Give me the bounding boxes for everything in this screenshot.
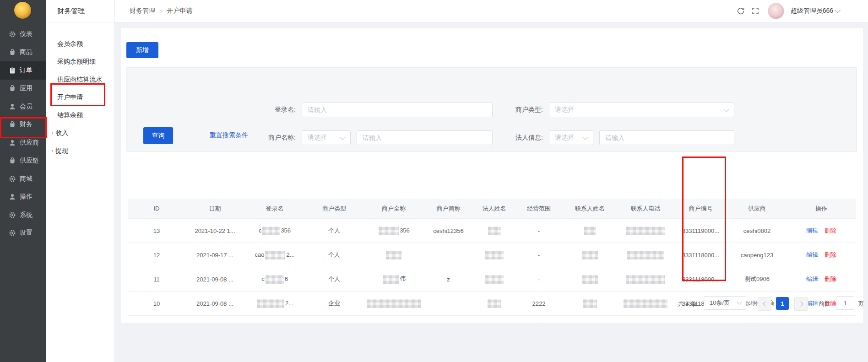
reset-search-link[interactable]: 重置搜索条件 <box>210 131 248 140</box>
sidebar-item-6[interactable]: 财务 <box>0 116 46 134</box>
merchant-type-select[interactable]: 请选择 <box>549 103 734 117</box>
delete-link[interactable]: 删除 <box>825 227 836 234</box>
submenu-item-label: 采购余额明细 <box>57 58 96 66</box>
table-cell: 13 <box>128 227 185 234</box>
user-menu[interactable]: 超级管理员666 <box>791 7 840 15</box>
merchant-name-field-select[interactable]: 请选择 <box>302 130 351 145</box>
redacted-blur <box>262 227 280 235</box>
bag-icon <box>9 85 16 92</box>
sidebar-item-5[interactable]: 会员 <box>0 97 46 116</box>
sidebar-item-2[interactable]: 商品 <box>0 43 46 62</box>
table-cell: c356 <box>245 227 304 235</box>
table-cell <box>473 275 515 284</box>
breadcrumb: 财务管理 > 开户申请 <box>130 0 193 22</box>
goto-page-input[interactable] <box>836 296 854 310</box>
table-cell: 12 <box>128 252 185 259</box>
submenu-item-3[interactable]: 供应商结算流水 <box>46 70 114 88</box>
sidebar-item-10[interactable]: 操作 <box>0 188 46 206</box>
table-cell: - <box>515 227 563 234</box>
table-header: ID日期登录名商户类型商户全称商户简称法人姓名经营范围联系人姓名联系人电话商户编… <box>128 199 856 219</box>
merchant-name-input[interactable] <box>357 130 493 145</box>
legal-info-select-placeholder: 请选择 <box>555 134 583 142</box>
redacted-blur <box>626 275 665 284</box>
column-header-6: 商户简称 <box>423 205 473 213</box>
sidebar-item-11[interactable]: 系统 <box>0 206 46 224</box>
chevron-down-icon <box>582 134 588 140</box>
page-size-select[interactable]: 10条/页 <box>704 296 746 310</box>
column-header-8: 经营范围 <box>515 205 563 213</box>
table-cell: 编辑删除 <box>787 251 856 259</box>
column-header-7: 法人姓名 <box>473 205 515 213</box>
sidebar-item-3[interactable]: 订单 <box>0 61 46 80</box>
table-row: 112021-09-08 ...c6个人伟z-3331118000...测试09… <box>128 267 856 292</box>
sidebar-item-9[interactable]: 商城 <box>0 170 46 188</box>
table-cell <box>617 227 674 235</box>
next-page-button[interactable] <box>794 297 808 311</box>
chevron-down-icon <box>340 134 346 140</box>
chevron-down-icon <box>835 7 841 13</box>
table-cell <box>473 251 515 259</box>
sidebar-item-label: 应用 <box>20 84 33 92</box>
user-avatar[interactable] <box>768 3 784 19</box>
redacted-blur <box>379 227 399 235</box>
chevron-down-icon <box>737 299 742 304</box>
legal-info-select[interactable]: 请选择 <box>549 130 593 145</box>
sidebar-item-1[interactable]: 仪表 <box>0 25 46 43</box>
chevron-down-icon <box>723 106 729 112</box>
column-header-2: 日期 <box>185 205 245 213</box>
legal-info-input[interactable] <box>599 130 734 145</box>
gear-icon <box>9 229 16 237</box>
sidebar-item-4[interactable]: 应用 <box>0 80 46 98</box>
table-cell: 3331118000... <box>674 252 727 259</box>
fullscreen-icon[interactable] <box>751 7 760 15</box>
sidebar-item-label: 设置 <box>20 229 33 237</box>
sidebar-item-12[interactable]: 设置 <box>0 224 46 243</box>
edit-link[interactable]: 编辑 <box>806 276 818 282</box>
column-header-11: 商户编号 <box>674 205 727 213</box>
submenu-item-label: 供应商结算流水 <box>57 76 102 84</box>
redacted-blur <box>627 251 664 259</box>
table-cell <box>364 251 423 259</box>
merchant-type-label: 商户类型: <box>493 106 543 114</box>
submenu-item-2[interactable]: 采购余额明细 <box>46 53 114 70</box>
table-cell <box>617 275 674 284</box>
table-cell <box>563 251 617 259</box>
submenu-item-5[interactable]: 结算余额 <box>46 106 114 124</box>
add-button[interactable]: 新增 <box>126 42 158 58</box>
query-button[interactable]: 查询 <box>143 127 173 144</box>
page-size-value: 10条/页 <box>710 299 738 307</box>
table-cell: 个人 <box>304 251 364 259</box>
submenu-nav: 会员余额采购余额明细供应商结算流水开户申请结算余额›收入›提现 <box>46 22 114 160</box>
refresh-icon[interactable] <box>737 7 745 15</box>
edit-link[interactable]: 编辑 <box>806 251 818 258</box>
table-cell: ceshi0802 <box>727 227 787 234</box>
table-cell <box>473 227 515 235</box>
page-1-button[interactable]: 1 <box>776 297 789 310</box>
sidebar-item-7[interactable]: 供应商 <box>0 134 46 152</box>
user-icon <box>9 139 16 146</box>
submenu-item-label: 会员余额 <box>57 40 83 48</box>
submenu-item-1[interactable]: 会员余额 <box>46 35 114 53</box>
breadcrumb-finance[interactable]: 财务管理 <box>130 7 155 15</box>
delete-link[interactable]: 删除 <box>825 251 836 258</box>
app-logo[interactable] <box>14 1 32 19</box>
table-cell: 11 <box>128 276 185 283</box>
merchant-type-placeholder: 请选择 <box>555 106 724 114</box>
login-input[interactable] <box>302 103 493 117</box>
top-bar: 财务管理 > 开户申请 超级管理员666 <box>114 0 868 22</box>
column-header-13: 操作 <box>787 205 856 213</box>
sidebar-nav: 仪表商品订单应用会员财务供应商供应链商城操作系统设置 <box>0 25 46 242</box>
sidebar-item-8[interactable]: 供应链 <box>0 152 46 170</box>
submenu-item-6[interactable]: ›收入 <box>46 124 114 142</box>
bag-icon <box>9 157 16 164</box>
prev-page-button[interactable] <box>758 297 771 311</box>
delete-link[interactable]: 删除 <box>825 276 836 282</box>
column-header-5: 商户全称 <box>364 205 423 213</box>
edit-link[interactable]: 编辑 <box>806 227 818 234</box>
table-cell: 3331119000... <box>674 227 727 234</box>
submenu-item-7[interactable]: ›提现 <box>46 142 114 160</box>
content-area: 新增 登录名: 商户类型: 请选择 商户名称: 请选择 法人信息: 请选择 <box>114 22 868 362</box>
redacted-blur <box>266 275 284 284</box>
submenu-item-4[interactable]: 开户申请 <box>46 88 114 106</box>
table-cell: 2021-09-17 ... <box>185 252 245 259</box>
